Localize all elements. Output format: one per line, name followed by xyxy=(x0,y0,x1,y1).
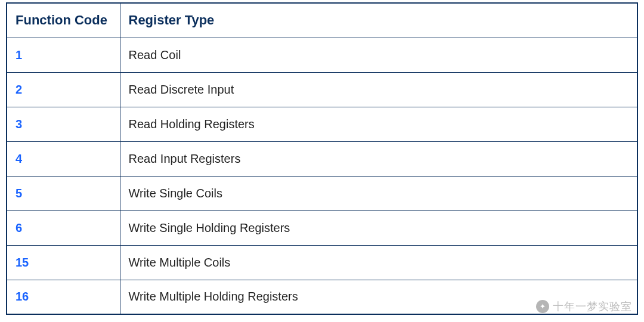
table-row: 16 Write Multiple Holding Registers xyxy=(7,280,637,314)
cell-register-type: Write Single Holding Registers xyxy=(120,210,637,245)
cell-function-code: 1 xyxy=(7,38,120,72)
table-row: 5 Write Single Coils xyxy=(7,176,637,210)
table-row: 2 Read Discrete Input xyxy=(7,72,637,107)
cell-register-type: Write Single Coils xyxy=(120,176,637,210)
function-code-table: Function Code Register Type 1 Read Coil … xyxy=(6,2,638,315)
table-row: 15 Write Multiple Coils xyxy=(7,245,637,280)
cell-register-type: Read Holding Registers xyxy=(120,107,637,141)
cell-register-type: Write Multiple Holding Registers xyxy=(120,280,637,314)
cell-register-type: Read Discrete Input xyxy=(120,72,637,107)
table-row: 1 Read Coil xyxy=(7,38,637,72)
cell-function-code: 2 xyxy=(7,72,120,107)
cell-function-code: 15 xyxy=(7,245,120,280)
cell-function-code: 5 xyxy=(7,176,120,210)
table-row: 3 Read Holding Registers xyxy=(7,107,637,141)
cell-function-code: 4 xyxy=(7,141,120,176)
table-header-row: Function Code Register Type xyxy=(7,3,637,38)
cell-function-code: 3 xyxy=(7,107,120,141)
table-row: 4 Read Input Registers xyxy=(7,141,637,176)
header-function-code: Function Code xyxy=(7,3,120,38)
cell-register-type: Read Coil xyxy=(120,38,637,72)
cell-function-code: 16 xyxy=(7,280,120,314)
cell-function-code: 6 xyxy=(7,210,120,245)
table-row: 6 Write Single Holding Registers xyxy=(7,210,637,245)
cell-register-type: Read Input Registers xyxy=(120,141,637,176)
cell-register-type: Write Multiple Coils xyxy=(120,245,637,280)
header-register-type: Register Type xyxy=(120,3,637,38)
